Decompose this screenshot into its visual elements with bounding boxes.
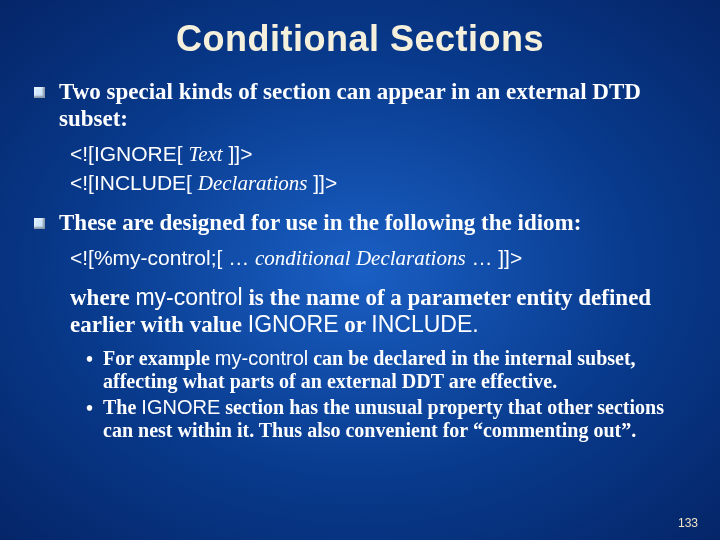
code-seg: ]]> <box>307 171 337 194</box>
code-block-2: <![%my-control;[ … conditional Declarati… <box>70 244 686 272</box>
code-seg: <![IGNORE[ <box>70 142 188 165</box>
square-bullet-icon <box>34 87 45 98</box>
sub-bullet-1: • For example my-control can be declared… <box>86 347 686 394</box>
para-code: INCLUDE. <box>371 311 478 337</box>
code-seg: <![INCLUDE[ <box>70 171 198 194</box>
code-seg: <![ <box>70 246 94 269</box>
sub-bullet-list: • For example my-control can be declared… <box>86 347 686 443</box>
code-line-ignore: <![IGNORE[ Text ]]> <box>70 140 686 168</box>
sub-seg: The <box>103 396 141 418</box>
code-arg: conditional Declarations <box>255 246 466 270</box>
sub-code: IGNORE <box>141 396 220 418</box>
code-line-include: <![INCLUDE[ Declarations ]]> <box>70 169 686 197</box>
code-seg: [ … <box>216 246 255 269</box>
para-code: IGNORE <box>248 311 339 337</box>
square-bullet-icon <box>34 218 45 229</box>
sub-bullet-2: • The IGNORE section has the unusual pro… <box>86 396 686 443</box>
code-seg: ]]> <box>223 142 253 165</box>
sub-bullet-1-text: For example my-control can be declared i… <box>103 347 686 394</box>
sub-bullet-2-text: The IGNORE section has the unusual prope… <box>103 396 686 443</box>
bullet-item-2: These are designed for use in the follow… <box>34 209 686 236</box>
bullet-dot-icon: • <box>86 348 93 372</box>
code-seg: … ]]> <box>466 246 523 269</box>
page-number: 133 <box>678 516 698 530</box>
para-code: my-control <box>135 284 242 310</box>
code-arg: Text <box>188 142 222 166</box>
sub-code: my-control <box>215 347 308 369</box>
bullet-1-text: Two special kinds of section can appear … <box>59 78 686 132</box>
bullet-2-text: These are designed for use in the follow… <box>59 209 581 236</box>
code-line-idiom: <![%my-control;[ … conditional Declarati… <box>70 244 686 272</box>
sub-seg: For example <box>103 347 215 369</box>
bullet-dot-icon: • <box>86 397 93 421</box>
para-seg: where <box>70 285 135 310</box>
para-seg: or <box>339 312 372 337</box>
bullet-item-1: Two special kinds of section can appear … <box>34 78 686 132</box>
explanation-paragraph: where my-control is the name of a parame… <box>70 284 686 338</box>
code-block-1: <![IGNORE[ Text ]]> <![INCLUDE[ Declarat… <box>70 140 686 197</box>
code-entity: %my-control; <box>94 246 217 269</box>
code-arg: Declarations <box>198 171 308 195</box>
slide-title: Conditional Sections <box>34 18 686 60</box>
